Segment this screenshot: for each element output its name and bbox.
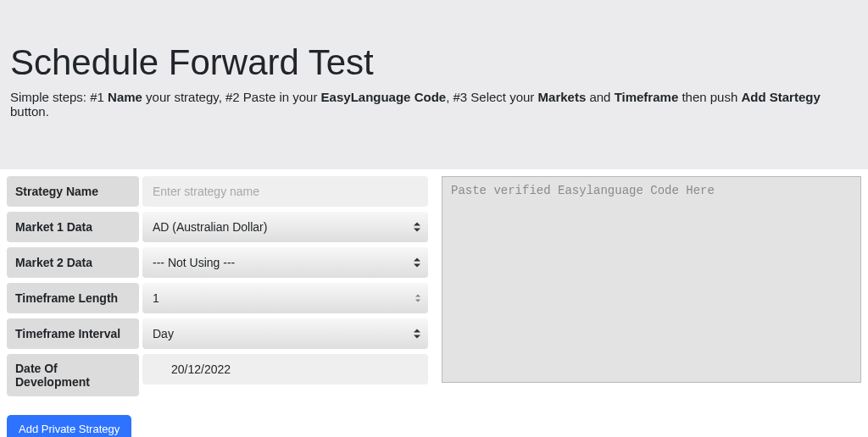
market1-select[interactable]: AD (Australian Dollar)	[142, 212, 428, 242]
label-market2: Market 2 Data	[7, 247, 139, 278]
page-header: Schedule Forward Test Simple steps: #1 N…	[0, 0, 868, 169]
timeframe-length-input[interactable]	[142, 283, 428, 313]
label-date-development: Date Of Development	[7, 354, 139, 396]
add-private-strategy-button[interactable]: Add Private Strategy	[7, 415, 131, 437]
label-timeframe-interval: Timeframe Interval	[7, 318, 139, 349]
button-row: Add Private Strategy	[0, 401, 868, 437]
label-market1: Market 1 Data	[7, 212, 139, 242]
page-title: Schedule Forward Test	[10, 42, 858, 83]
date-of-development-value: 20/12/2022	[142, 354, 428, 384]
row-strategy-name: Strategy Name	[7, 176, 428, 207]
label-strategy-name: Strategy Name	[7, 176, 139, 207]
row-timeframe-length: Timeframe Length	[7, 283, 428, 313]
intro-text: Simple steps: #1 Name your strategy, #2 …	[10, 90, 858, 119]
label-timeframe-length: Timeframe Length	[7, 283, 139, 313]
form-content: Strategy Name Market 1 Data AD (Australi…	[0, 169, 868, 401]
easylanguage-code-textarea[interactable]	[442, 176, 861, 383]
strategy-name-input[interactable]	[142, 176, 428, 207]
market2-select[interactable]: --- Not Using ---	[142, 247, 428, 278]
row-market1: Market 1 Data AD (Australian Dollar)	[7, 212, 428, 242]
row-market2: Market 2 Data --- Not Using ---	[7, 247, 428, 278]
form-right-column	[442, 176, 861, 386]
row-timeframe-interval: Timeframe Interval Day	[7, 318, 428, 349]
timeframe-interval-select[interactable]: Day	[142, 318, 428, 349]
form-left-column: Strategy Name Market 1 Data AD (Australi…	[7, 176, 428, 401]
row-date-development: Date Of Development 20/12/2022	[7, 354, 428, 396]
